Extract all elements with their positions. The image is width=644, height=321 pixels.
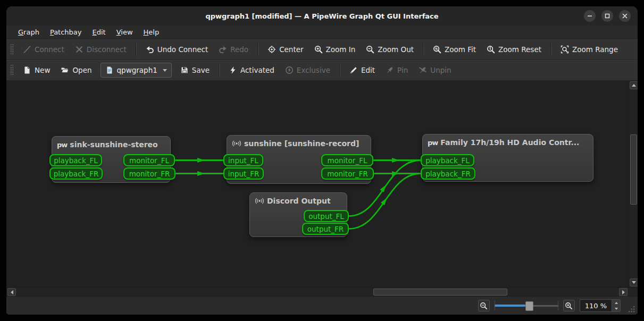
- arrow-down-icon: [632, 281, 636, 284]
- window-title: qpwgraph1 [modified] — A PipeWire Graph …: [205, 12, 438, 20]
- port-monitor-fl[interactable]: monitor_FL: [123, 154, 175, 166]
- patchbay-selector[interactable]: qpwgraph1: [101, 63, 172, 78]
- menubar: Graph Patchbay Edit View Help: [6, 26, 638, 39]
- node-title: Family 17h/19h HD Audio Contr...: [440, 138, 579, 147]
- exclusive-toggle-button[interactable]: Exclusive: [280, 63, 336, 77]
- exclusive-bolt-icon: [285, 66, 294, 74]
- pipewire-icon: pw: [57, 141, 67, 149]
- minimize-button[interactable]: [584, 10, 596, 22]
- open-folder-icon: [61, 66, 69, 74]
- chevron-down-icon: [163, 69, 167, 72]
- patchbay-selector-value: qpwgraph1: [117, 66, 157, 74]
- zoom-range-button[interactable]: Zoom Range: [555, 43, 623, 56]
- zoom-reset-button[interactable]: Zoom Reset: [481, 43, 547, 56]
- scroll-up-button[interactable]: [630, 81, 638, 89]
- zoom-fit-button[interactable]: Zoom Fit: [428, 43, 481, 56]
- port-output-fr[interactable]: output_FR: [302, 223, 349, 235]
- zoom-range-icon: [561, 45, 569, 54]
- horizontal-scrollbar[interactable]: [6, 287, 638, 296]
- save-icon: [180, 66, 189, 74]
- toolbar-drag-handle[interactable]: [10, 64, 14, 76]
- zoom-out-button[interactable]: [478, 300, 490, 311]
- zoom-spinbox[interactable]: 110 %: [580, 299, 621, 312]
- port-monitor-fr[interactable]: monitor_FR: [123, 167, 175, 180]
- horizontal-scroll-thumb[interactable]: [373, 289, 507, 295]
- minimize-icon: [586, 12, 594, 20]
- graph-canvas[interactable]: pw sink-sunshine-stereo sunshine [sunshi…: [6, 81, 629, 287]
- port-playback-fr[interactable]: playback_FR: [421, 167, 475, 180]
- spin-down-button[interactable]: [612, 306, 620, 311]
- save-patchbay-button[interactable]: Save: [175, 63, 215, 77]
- toolbar-separator: [423, 43, 424, 56]
- pin-button[interactable]: Pin: [380, 63, 413, 77]
- port-monitor-fr[interactable]: monitor_FR: [321, 167, 374, 180]
- connect-button[interactable]: Connect: [18, 43, 70, 56]
- menu-help[interactable]: Help: [138, 27, 165, 38]
- new-file-icon: [23, 66, 31, 74]
- edit-button[interactable]: Edit: [344, 63, 380, 77]
- new-patchbay-button[interactable]: New: [18, 63, 55, 77]
- zoom-value: 110 %: [580, 300, 612, 311]
- port-playback-fl[interactable]: playback_FL: [49, 154, 102, 166]
- screen: qpwgraph1 [modified] — A PipeWire Graph …: [0, 0, 644, 321]
- patchbay-file-icon: [105, 66, 114, 74]
- spinbox-arrows: [612, 300, 620, 311]
- scroll-down-button[interactable]: [630, 278, 638, 286]
- close-button[interactable]: [619, 10, 631, 22]
- undo-connect-button[interactable]: Undo Connect: [140, 43, 213, 56]
- port-output-fl[interactable]: output_FL: [304, 210, 349, 222]
- window-controls: [584, 10, 631, 22]
- port-playback-fl[interactable]: playback_FL: [421, 154, 474, 166]
- vertical-scrollbar[interactable]: [629, 81, 638, 287]
- menu-patchbay[interactable]: Patchbay: [45, 27, 87, 38]
- disconnect-button[interactable]: Disconnect: [70, 43, 132, 56]
- scroll-left-button[interactable]: [7, 288, 16, 296]
- toolbar-separator: [136, 43, 137, 56]
- zoom-out-button[interactable]: Zoom Out: [361, 43, 419, 56]
- center-button[interactable]: Center: [262, 43, 308, 56]
- menu-graph[interactable]: Graph: [13, 27, 45, 38]
- toolbar-separator: [257, 43, 258, 56]
- stream-monitor-icon: [255, 197, 264, 205]
- pin-icon: [386, 66, 394, 74]
- zoom-out-icon: [480, 302, 488, 310]
- zoom-slider[interactable]: [495, 300, 558, 311]
- disconnect-icon: [75, 45, 83, 54]
- zoom-fit-icon: [433, 45, 441, 54]
- titlebar[interactable]: qpwgraph1 [modified] — A PipeWire Graph …: [6, 6, 638, 26]
- redo-icon: [219, 45, 227, 54]
- stream-monitor-icon: [232, 139, 241, 148]
- resize-grip[interactable]: [628, 306, 635, 313]
- toolbar-separator: [219, 64, 220, 77]
- redo-button[interactable]: Redo: [213, 43, 254, 56]
- toolbar-separator: [550, 43, 551, 56]
- port-input-fr[interactable]: input_FR: [223, 167, 264, 180]
- node-title: Discord Output: [267, 197, 331, 205]
- maximize-button[interactable]: [601, 10, 613, 22]
- port-input-fl[interactable]: input_FL: [223, 154, 263, 166]
- arrow-right-icon: [622, 290, 625, 294]
- activated-bolt-icon: [229, 66, 237, 74]
- open-patchbay-button[interactable]: Open: [55, 63, 97, 77]
- menu-edit[interactable]: Edit: [87, 27, 111, 38]
- zoom-slider-handle[interactable]: [525, 301, 533, 311]
- menu-view[interactable]: View: [111, 27, 138, 38]
- activated-toggle-button[interactable]: Activated: [223, 63, 280, 77]
- arrow-left-icon: [11, 290, 13, 294]
- vertical-scroll-thumb[interactable]: [630, 134, 637, 205]
- center-icon: [267, 45, 276, 54]
- zoom-in-button[interactable]: Zoom In: [309, 43, 361, 56]
- zoom-in-button[interactable]: [563, 300, 575, 311]
- port-playback-fr[interactable]: playback_FR: [49, 167, 103, 180]
- slider-fill: [495, 305, 526, 307]
- arrow-up-icon: [615, 302, 618, 304]
- zoom-out-icon: [366, 45, 374, 54]
- unpin-button[interactable]: Unpin: [413, 63, 456, 77]
- zoom-in-icon: [314, 45, 323, 54]
- spin-up-button[interactable]: [612, 300, 620, 306]
- port-monitor-fl[interactable]: monitor_FL: [321, 154, 373, 166]
- toolbar-patchbay: New Open qpwgraph1 Save Activated: [6, 60, 638, 81]
- scroll-right-button[interactable]: [619, 288, 628, 296]
- close-icon: [621, 12, 629, 20]
- toolbar-drag-handle[interactable]: [10, 44, 14, 55]
